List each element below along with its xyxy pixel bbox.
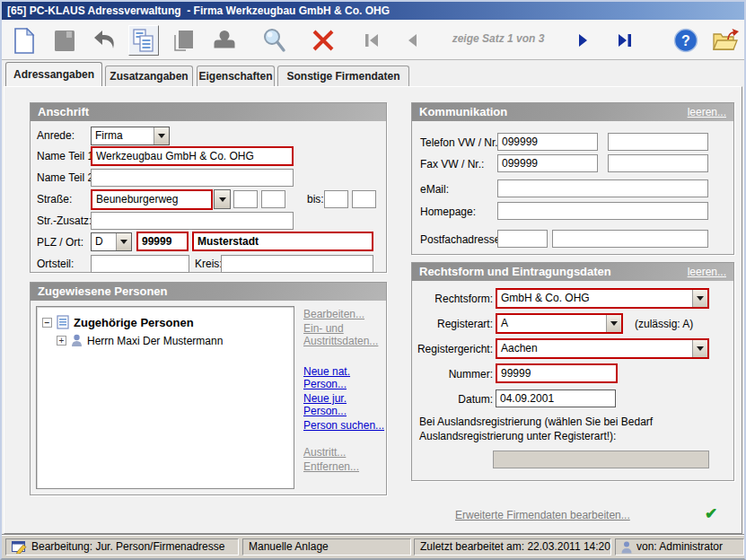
telefon-nr-input[interactable] [608, 133, 708, 151]
tab-adressangaben[interactable]: Adressangaben [5, 62, 102, 86]
tab-eigenschaften[interactable]: Eigenschaften [197, 66, 275, 86]
undo-icon [92, 29, 118, 52]
fax-nr-input[interactable] [608, 154, 708, 172]
nav-first-button[interactable] [356, 25, 387, 56]
registerart-dropdown-arrow-icon[interactable] [606, 315, 621, 332]
kommunikation-header: Kommunikation [412, 103, 733, 121]
email-label: eMail: [420, 183, 449, 196]
tab-panel-adressangaben: Anschrift Anrede: Firma Name Teil 1: Nam… [4, 86, 742, 534]
strasse-dropdown-arrow-icon[interactable] [214, 189, 231, 209]
postfach-plz-input[interactable] [497, 230, 548, 248]
registergericht-label: Registergericht: [412, 343, 493, 355]
personen-actions: Bearbeiten... Ein- und Austrittsdaten...… [303, 308, 386, 475]
collapse-icon[interactable]: − [42, 318, 52, 328]
undo-button[interactable] [90, 25, 120, 56]
save-icon [53, 29, 76, 53]
strasse-label: Straße: [37, 193, 72, 206]
save-button[interactable] [49, 25, 80, 56]
delete-button[interactable] [308, 25, 338, 56]
name-teil2-input[interactable] [91, 169, 294, 187]
land-dropdown-arrow-icon[interactable] [116, 233, 131, 250]
copy-button[interactable] [128, 25, 159, 56]
registergericht-dropdown-arrow-icon[interactable] [692, 340, 707, 357]
rechtsform-dropdown-arrow-icon[interactable] [692, 290, 707, 307]
paste-icon [172, 28, 196, 53]
plz-ort-label: PLZ / Ort: [37, 236, 83, 249]
document-icon [57, 315, 69, 329]
nav-next-button[interactable] [568, 25, 599, 56]
tab-zusatzangaben[interactable]: Zusatzangaben [105, 66, 193, 86]
strasse-combo[interactable]: Beuneburgerweg [91, 189, 213, 210]
ort-input[interactable] [192, 232, 373, 251]
neue-nat-person-link[interactable]: Neue nat. Person... [303, 365, 386, 390]
erweiterte-firmendaten-link[interactable]: Erweiterte Firmendaten bearbeiten... [455, 509, 630, 521]
austrittsdaten-link[interactable]: Ein- und Austrittsdaten... [303, 322, 386, 347]
land-select[interactable]: D [91, 232, 132, 251]
expand-icon[interactable]: + [57, 336, 66, 346]
plz-input[interactable] [136, 232, 189, 251]
paste-button[interactable] [169, 25, 199, 56]
title-bar: [65] PC-KLAUS Adressverwaltung - Firma W… [2, 2, 744, 20]
personen-group: Zugewiesene Personen − Zugehörige Person… [30, 282, 387, 495]
nav-next-icon [576, 32, 591, 48]
tree-node-person[interactable]: + Herrn Maxi Der Mustermann [57, 334, 223, 347]
telefon-label: Telefon VW / Nr.: [420, 136, 501, 149]
kommunikation-leeren-link[interactable]: leeren... [688, 103, 726, 121]
austritt-link[interactable]: Austritt... [303, 446, 386, 459]
personen-header: Zugewiesene Personen [31, 283, 386, 301]
rechtsform-select[interactable]: GmbH & Co. OHG [496, 288, 709, 309]
homepage-input[interactable] [497, 202, 708, 220]
telefon-vw-input[interactable] [497, 133, 598, 151]
copy-icon [132, 28, 155, 53]
nummer-input[interactable] [496, 363, 618, 383]
person-icon [71, 334, 83, 347]
personen-tree[interactable]: − Zugehörige Personen + Herrn [36, 306, 294, 489]
name-teil1-input[interactable] [91, 146, 294, 166]
nav-last-button[interactable] [610, 25, 640, 56]
kreis-input[interactable] [221, 255, 373, 273]
search-icon [260, 27, 287, 54]
tab-sonstige-firmendaten[interactable]: Sonstige Firmendaten [277, 66, 409, 86]
edit-form-icon [12, 541, 27, 554]
postfach-input[interactable] [552, 230, 708, 248]
help-button[interactable]: ? [671, 25, 701, 56]
new-document-button[interactable] [9, 25, 39, 56]
bis-label: bis: [307, 193, 324, 206]
anrede-select[interactable]: Firma [91, 127, 170, 145]
registergericht-select[interactable]: Aachen [496, 338, 709, 359]
exit-button[interactable] [710, 25, 741, 56]
hausnr2-input[interactable] [261, 190, 285, 208]
tree-node-root[interactable]: − Zugehörige Personen [42, 315, 194, 329]
datum-input[interactable] [496, 389, 616, 407]
name-teil2-label: Name Teil 2: [37, 171, 96, 184]
rechtsform-value: GmbH & Co. OHG [497, 290, 692, 307]
rechtsform-leeren-link[interactable]: leeren... [688, 263, 726, 281]
nav-prev-button[interactable] [397, 25, 427, 56]
hausnr1-input[interactable] [233, 190, 258, 208]
anrede-value: Firma [92, 127, 154, 144]
stamp-icon [212, 29, 237, 53]
zulaessig-text: (zulässig: A) [635, 318, 693, 330]
ortsteil-input[interactable] [91, 255, 189, 273]
status-panel-mode: Bearbeitung: Jur. Person/Firmenadresse [5, 538, 239, 556]
tab-bar: Adressangaben Zusatzangaben Eigenschafte… [4, 60, 742, 86]
nav-last-icon [616, 32, 634, 48]
search-button[interactable] [259, 25, 289, 56]
anrede-dropdown-arrow-icon[interactable] [154, 127, 169, 144]
hausnr3-input[interactable] [324, 190, 348, 208]
person-suchen-link[interactable]: Person suchen... [303, 419, 386, 432]
registerart-select[interactable]: A [496, 313, 623, 334]
neue-jur-person-link[interactable]: Neue jur. Person... [303, 392, 386, 417]
str-zusatz-input[interactable] [91, 212, 294, 230]
bearbeiten-link[interactable]: Bearbeiten... [303, 308, 386, 320]
email-input[interactable] [497, 179, 708, 197]
entfernen-link[interactable]: Entfernen... [303, 460, 386, 473]
stamp-button[interactable] [209, 25, 240, 56]
hausnr4-input[interactable] [352, 190, 376, 208]
name-teil1-label: Name Teil 1: [37, 150, 96, 162]
fax-label: Fax VW / Nr.: [420, 158, 484, 171]
status-mode-text: Bearbeitung: Jur. Person/Firmenadresse [31, 539, 224, 555]
checkmark-icon: ✔ [705, 504, 717, 523]
fax-vw-input[interactable] [497, 154, 598, 172]
status-user-text: von: Administrator [636, 539, 723, 555]
